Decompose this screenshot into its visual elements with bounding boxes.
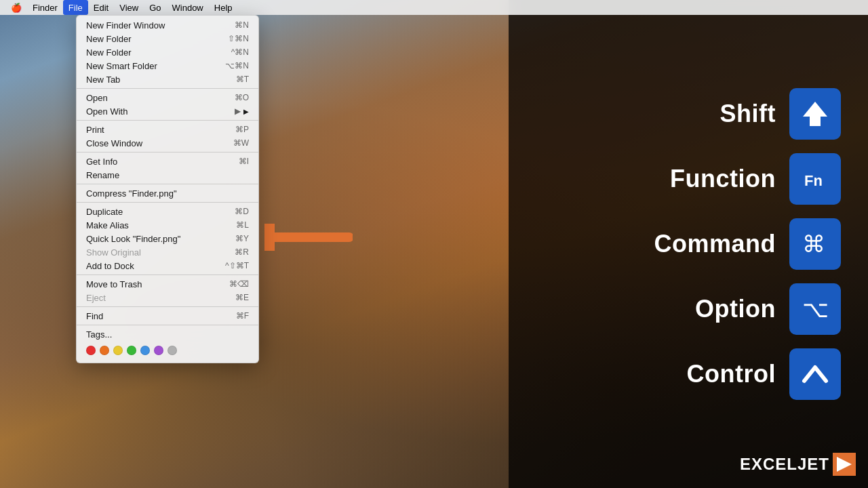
control-row: Control bbox=[536, 348, 841, 400]
menu-item-label: Tags... bbox=[86, 329, 112, 340]
menubar-file[interactable]: File bbox=[63, 0, 88, 15]
menubar-go[interactable]: Go bbox=[144, 0, 166, 15]
menubar-window[interactable]: Window bbox=[167, 0, 209, 15]
menu-open-with[interactable]: Open With ▶ bbox=[77, 104, 258, 118]
command-row: Command ⌘ bbox=[536, 218, 841, 270]
svg-text:Fn: Fn bbox=[804, 172, 823, 189]
menu-item-label: New Folder bbox=[86, 47, 131, 58]
command-label: Command bbox=[627, 230, 776, 258]
menu-item-label: Print bbox=[86, 125, 104, 135]
menu-find[interactable]: Find ⌘F bbox=[77, 309, 258, 323]
menu-item-label: Add to Dock bbox=[86, 261, 134, 271]
menu-item-shortcut: ⇧⌘N bbox=[228, 34, 249, 43]
menu-close-window[interactable]: Close Window ⌘W bbox=[77, 136, 258, 150]
option-icon: ⌥ bbox=[799, 293, 831, 325]
menu-get-info[interactable]: Get Info ⌘I bbox=[77, 155, 258, 168]
separator-7 bbox=[77, 306, 258, 307]
menu-item-label: New Folder bbox=[86, 34, 131, 44]
menu-new-folder-selection[interactable]: New Folder ^⌘N bbox=[77, 45, 258, 59]
apple-menu[interactable]: 🍎 bbox=[5, 0, 27, 15]
menu-item-shortcut: ⌘Y bbox=[235, 234, 249, 243]
menu-print[interactable]: Print ⌘P bbox=[77, 123, 258, 136]
menu-item-shortcut: ⌘N bbox=[235, 20, 249, 30]
menu-item-shortcut: ^⌘N bbox=[231, 47, 249, 57]
menu-quick-look[interactable]: Quick Look "Finder.png" ⌘Y bbox=[77, 232, 258, 245]
menu-tags[interactable]: Tags... bbox=[77, 327, 258, 341]
exceljet-icon bbox=[833, 453, 856, 476]
menu-open[interactable]: Open ⌘O bbox=[77, 91, 258, 104]
menu-item-label: Make Alias bbox=[86, 220, 129, 230]
tag-blue[interactable] bbox=[140, 346, 150, 355]
menubar-finder[interactable]: Finder bbox=[27, 0, 63, 15]
menubar-view[interactable]: View bbox=[114, 0, 144, 15]
menubar: 🍎 Finder File Edit View Go Window Help bbox=[0, 0, 868, 15]
separator-8 bbox=[77, 325, 258, 325]
control-icon bbox=[799, 358, 831, 390]
menu-item-shortcut: ⌘E bbox=[235, 293, 249, 302]
menu-item-label: Quick Look "Finder.png" bbox=[86, 234, 180, 244]
menu-item-label: Get Info bbox=[86, 157, 117, 167]
tag-gray[interactable] bbox=[167, 346, 177, 355]
shift-icon bbox=[799, 98, 831, 130]
menu-new-folder[interactable]: New Folder ⇧⌘N bbox=[77, 32, 258, 45]
file-dropdown-menu: New Finder Window ⌘N New Folder ⇧⌘N New … bbox=[76, 15, 259, 363]
tag-purple[interactable] bbox=[154, 346, 163, 355]
svg-text:⌥: ⌥ bbox=[802, 296, 829, 322]
menu-item-shortcut: ⌥⌘N bbox=[225, 61, 249, 70]
tag-green[interactable] bbox=[127, 346, 136, 355]
menu-item-shortcut: ^⇧⌘T bbox=[225, 261, 249, 270]
option-label: Option bbox=[627, 295, 776, 323]
menu-new-tab[interactable]: New Tab ⌘T bbox=[77, 73, 258, 86]
menu-move-to-trash[interactable]: Move to Trash ⌘⌫ bbox=[77, 277, 258, 291]
option-row: Option ⌥ bbox=[536, 283, 841, 335]
menu-item-shortcut: ⌘⌫ bbox=[229, 279, 249, 289]
menu-item-label: Compress "Finder.png" bbox=[86, 188, 177, 199]
menubar-edit[interactable]: Edit bbox=[88, 0, 114, 15]
menu-new-smart-folder[interactable]: New Smart Folder ⌥⌘N bbox=[77, 59, 258, 73]
menu-item-label: Open With bbox=[86, 106, 127, 117]
menubar-help[interactable]: Help bbox=[209, 0, 238, 15]
menu-compress[interactable]: Compress "Finder.png" bbox=[77, 186, 258, 200]
menu-item-label: Open bbox=[86, 93, 108, 103]
menu-item-shortcut: ⌘L bbox=[236, 220, 249, 230]
menu-rename[interactable]: Rename bbox=[77, 168, 258, 182]
menu-item-shortcut: ▶ bbox=[235, 106, 241, 116]
menu-new-finder-window[interactable]: New Finder Window ⌘N bbox=[77, 18, 258, 32]
tag-red[interactable] bbox=[86, 346, 96, 355]
menu-item-label: Eject bbox=[86, 293, 106, 303]
shift-label: Shift bbox=[627, 100, 776, 128]
menu-item-label: Duplicate bbox=[86, 207, 123, 217]
tag-yellow[interactable] bbox=[113, 346, 123, 355]
menu-item-label: Close Window bbox=[86, 138, 142, 148]
control-label: Control bbox=[627, 360, 776, 388]
tag-orange[interactable] bbox=[100, 346, 109, 355]
menu-duplicate[interactable]: Duplicate ⌘D bbox=[77, 205, 258, 218]
control-key-box bbox=[789, 348, 841, 400]
separator-1 bbox=[77, 88, 258, 89]
fn-icon: Fn bbox=[799, 163, 831, 195]
command-icon: ⌘ bbox=[799, 228, 831, 260]
menu-make-alias[interactable]: Make Alias ⌘L bbox=[77, 218, 258, 232]
exceljet-logo: EXCELJET bbox=[740, 453, 856, 476]
menu-item-label: New Tab bbox=[86, 75, 120, 85]
menu-item-shortcut: ⌘R bbox=[235, 247, 249, 257]
menu-item-shortcut: ⌘W bbox=[233, 138, 249, 148]
separator-4 bbox=[77, 184, 258, 184]
exceljet-text: EXCELJET bbox=[740, 455, 829, 474]
menu-item-label: New Smart Folder bbox=[86, 61, 157, 71]
menu-item-shortcut: ⌘O bbox=[235, 93, 249, 102]
separator-3 bbox=[77, 152, 258, 152]
menu-item-label: Move to Trash bbox=[86, 279, 142, 289]
svg-marker-5 bbox=[837, 457, 852, 472]
function-row: Function Fn bbox=[536, 153, 841, 205]
option-key-box: ⌥ bbox=[789, 283, 841, 335]
menu-item-shortcut: ⌘D bbox=[235, 207, 249, 216]
menu-item-label: New Finder Window bbox=[86, 20, 165, 30]
menu-add-to-dock[interactable]: Add to Dock ^⇧⌘T bbox=[77, 259, 258, 272]
command-key-box: ⌘ bbox=[789, 218, 841, 270]
menu-item-label: Rename bbox=[86, 170, 119, 180]
menu-item-label: Show Original bbox=[86, 247, 141, 258]
menu-eject: Eject ⌘E bbox=[77, 291, 258, 304]
svg-text:⌘: ⌘ bbox=[802, 231, 825, 257]
menu-item-shortcut: ⌘F bbox=[236, 311, 249, 321]
